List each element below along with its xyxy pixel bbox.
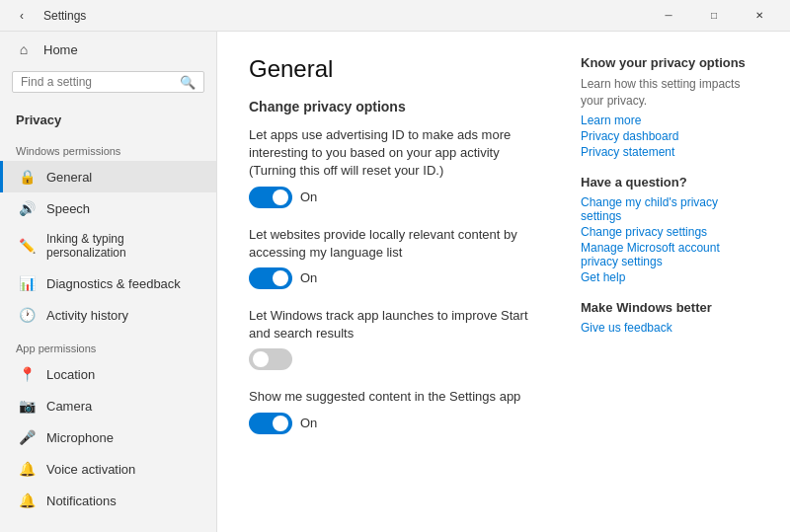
privacy-label: Privacy	[0, 105, 216, 133]
sidebar-item-inking[interactable]: ✏️ Inking & typing personalization	[0, 224, 216, 267]
search-icon: 🔍	[180, 75, 196, 90]
location-icon: 📍	[19, 366, 35, 382]
setting-advertising: Let apps use advertising ID to make ads …	[249, 126, 549, 208]
home-icon: ⌂	[16, 41, 32, 57]
sidebar-item-speech[interactable]: 🔊 Speech	[0, 192, 216, 224]
sidebar: ⌂ Home 🔍 Privacy Windows permissions 🔒 G…	[0, 32, 217, 532]
voice-icon: 🔔	[19, 461, 35, 477]
windows-permissions-label: Windows permissions	[0, 133, 216, 161]
sidebar-item-diagnostics[interactable]: 📊 Diagnostics & feedback	[0, 267, 216, 299]
feedback-link[interactable]: Give us feedback	[581, 321, 758, 335]
sidebar-item-label: Inking & typing personalization	[46, 232, 200, 260]
section-title: Change privacy options	[249, 99, 549, 114]
toggle-language[interactable]	[249, 267, 292, 289]
setting-desc-language: Let websites provide locally relevant co…	[249, 226, 549, 262]
toggle-label-language: On	[300, 270, 317, 285]
general-icon: 🔒	[19, 169, 35, 185]
sidebar-item-voice[interactable]: 🔔 Voice activation	[0, 453, 216, 485]
sidebar-item-label: Activity history	[46, 308, 128, 323]
content-main: General Change privacy options Let apps …	[249, 55, 549, 508]
privacy-dashboard-link[interactable]: Privacy dashboard	[581, 129, 758, 143]
activity-icon: 🕐	[19, 307, 35, 323]
notifications-icon: 🔔	[19, 493, 35, 508]
sidebar-item-microphone[interactable]: 🎤 Microphone	[0, 421, 216, 453]
privacy-statement-link[interactable]: Privacy statement	[581, 145, 758, 159]
camera-icon: 📷	[19, 398, 35, 414]
sidebar-item-notifications[interactable]: 🔔 Notifications	[0, 485, 216, 516]
sidebar-item-label: Notifications	[46, 494, 117, 508]
speech-icon: 🔊	[19, 200, 35, 216]
back-button[interactable]: ‹	[8, 2, 36, 30]
title-bar: ‹ Settings ─ □ ✕	[0, 0, 790, 32]
get-help-link[interactable]: Get help	[581, 270, 758, 284]
toggle-row-tracking: [data-name="toggle-tracking"]::after { r…	[249, 348, 549, 370]
toggle-label-advertising: On	[300, 190, 317, 204]
toggle-advertising[interactable]	[249, 187, 292, 208]
make-better-title: Make Windows better	[581, 300, 758, 315]
know-privacy-desc: Learn how this setting impacts your priv…	[581, 76, 758, 110]
minimize-button[interactable]: ─	[646, 0, 691, 32]
toggle-row-advertising: On	[249, 187, 549, 208]
page-title: General	[249, 55, 549, 83]
inking-icon: ✏️	[19, 238, 35, 254]
setting-tracking: Let Windows track app launches to improv…	[249, 307, 549, 370]
sidebar-item-activity[interactable]: 🕐 Activity history	[0, 299, 216, 331]
toggle-tracking[interactable]: [data-name="toggle-tracking"]::after { r…	[249, 348, 292, 370]
app-permissions-label: App permissions	[0, 331, 216, 358]
content-area: General Change privacy options Let apps …	[217, 32, 790, 532]
sidebar-item-label: Diagnostics & feedback	[46, 276, 181, 291]
sidebar-item-label: Speech	[46, 201, 90, 216]
right-panel: Know your privacy options Learn how this…	[581, 55, 758, 508]
setting-desc-suggested: Show me suggested content in the Setting…	[249, 388, 549, 406]
sidebar-search-box[interactable]: 🔍	[12, 71, 204, 93]
toggle-suggested[interactable]	[249, 413, 292, 434]
manage-account-link[interactable]: Manage Microsoft account privacy setting…	[581, 241, 758, 268]
sidebar-home-label: Home	[43, 42, 78, 57]
diagnostics-icon: 📊	[19, 275, 35, 291]
sidebar-item-location[interactable]: 📍 Location	[0, 358, 216, 390]
change-child-link[interactable]: Change my child's privacy settings	[581, 195, 758, 223]
sidebar-item-label: General	[46, 170, 92, 185]
maximize-button[interactable]: □	[691, 0, 737, 32]
learn-more-link[interactable]: Learn more	[581, 114, 758, 127]
sidebar-item-label: Location	[46, 367, 95, 382]
main-container: ⌂ Home 🔍 Privacy Windows permissions 🔒 G…	[0, 32, 790, 532]
close-button[interactable]: ✕	[737, 0, 782, 32]
toggle-label-suggested: On	[300, 416, 317, 430]
setting-suggested: Show me suggested content in the Setting…	[249, 388, 549, 433]
have-question-title: Have a question?	[581, 175, 758, 190]
sidebar-item-label: Camera	[46, 399, 92, 414]
toggle-row-language: On	[249, 267, 549, 289]
microphone-icon: 🎤	[19, 429, 35, 445]
sidebar-item-general[interactable]: 🔒 General	[0, 161, 216, 192]
know-privacy-title: Know your privacy options	[581, 55, 758, 70]
sidebar-item-label: Microphone	[46, 430, 114, 445]
setting-desc-advertising: Let apps use advertising ID to make ads …	[249, 126, 549, 181]
change-privacy-link[interactable]: Change privacy settings	[581, 225, 758, 239]
window-controls: ─ □ ✕	[646, 0, 782, 32]
sidebar-item-home[interactable]: ⌂ Home	[0, 32, 216, 67]
search-input[interactable]	[21, 75, 174, 89]
setting-language: Let websites provide locally relevant co…	[249, 226, 549, 289]
sidebar-item-label: Voice activation	[46, 462, 135, 477]
setting-desc-tracking: Let Windows track app launches to improv…	[249, 307, 549, 342]
toggle-row-suggested: On	[249, 413, 549, 434]
title-bar-title: Settings	[43, 9, 86, 23]
sidebar-item-camera[interactable]: 📷 Camera	[0, 390, 216, 421]
